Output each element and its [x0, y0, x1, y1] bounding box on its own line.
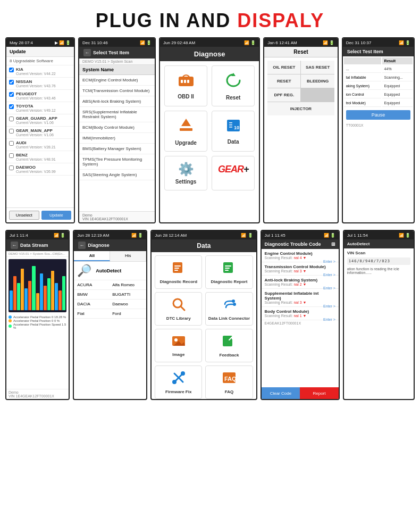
diagnose-obd2[interactable]: OBD II	[164, 65, 207, 106]
diag-tabs: All His	[74, 251, 146, 262]
svg-rect-5	[180, 128, 192, 131]
data-diagnostic-report[interactable]: Diagnostic Report	[205, 255, 253, 289]
brand-dacia[interactable]: DACIA Daewoo	[74, 300, 146, 309]
clear-code-button[interactable]: Clear Code	[262, 387, 300, 399]
list-item: NISSANCurrent Version: V43.76	[6, 78, 74, 90]
data-diagnostic-record[interactable]: Diagnostic Record	[155, 255, 202, 289]
dpf-reg-btn[interactable]: DPF REG.	[267, 88, 300, 102]
firmware-fix-label: Firmware Fix	[165, 389, 191, 394]
svg-rect-9	[229, 124, 232, 126]
injector-btn[interactable]: INJECTOR	[267, 102, 334, 115]
gear-logo: GEAR+	[218, 164, 249, 175]
data-link-connector[interactable]: Data Link Connector	[205, 292, 253, 326]
kia-checkbox[interactable]	[9, 68, 14, 72]
system-item-imm[interactable]: IMM(Immobilizer)	[79, 133, 155, 144]
reset-screen: Jan 6 12:41 AM 📶 🔋 Reset OIL RESET SAS R…	[263, 37, 339, 223]
report-button[interactable]: Report	[300, 387, 339, 399]
peugeot-checkbox[interactable]	[9, 92, 14, 97]
diagnose-data[interactable]: 1010 Data	[212, 111, 255, 152]
svg-rect-27	[223, 336, 232, 346]
data-firmware-fix[interactable]: Firmware Fix	[155, 365, 202, 399]
unselect-button[interactable]: Unselect	[9, 211, 39, 220]
diagnose-reset[interactable]: Reset	[212, 65, 255, 106]
system-item-tcm[interactable]: TCM(Transmission Control Module)	[79, 86, 155, 96]
diagnose-main-screen: Jun 29 02:48 AM 📶 🔋 Diagnose	[159, 37, 260, 223]
upgrade-label: Upgrade	[175, 140, 197, 146]
gear-guard-checkbox[interactable]	[9, 117, 14, 121]
system-item-abs[interactable]: ABS(Anti-lock Braking System)	[79, 96, 155, 107]
vin-scan-label: VIN Scan	[347, 251, 410, 255]
vin-reading-text: ation function is reading the icle infor…	[347, 267, 410, 275]
system-item-srs[interactable]: SRS(Supplemental Inflatable Restraint Sy…	[79, 107, 155, 122]
toyota-checkbox[interactable]	[9, 104, 14, 109]
autodetect-item[interactable]: 🔎 AutoDetect	[74, 262, 146, 280]
data-icon: 1010	[225, 118, 242, 137]
tab-history[interactable]: His	[110, 251, 146, 261]
reset-btn[interactable]: RESET	[267, 74, 300, 88]
back-button[interactable]: ←	[83, 49, 91, 56]
sas-reset-btn[interactable]: SAS RESET	[301, 61, 334, 74]
audi-checkbox[interactable]	[9, 141, 14, 146]
dtc-item-abs[interactable]: Anti-lock Braking System) Scanning Resul…	[262, 276, 339, 289]
feedback-label: Feedback	[220, 353, 239, 358]
data-link-icon	[222, 297, 237, 314]
diagnose-bottom-title: Diagnose	[88, 243, 110, 248]
back-button-b2[interactable]: ←	[78, 242, 86, 249]
system-item-bms[interactable]: BMS(Battery Manager System)	[79, 144, 155, 154]
system-item-ecm[interactable]: ECM(Engine Control Module)	[79, 75, 155, 86]
settings-icon: ⚙️	[178, 162, 194, 177]
data-image[interactable]: Image	[155, 329, 202, 362]
back-button-b1[interactable]: ←	[11, 242, 18, 249]
diagnose-bottom-header: ← Diagnose	[74, 239, 146, 251]
status-time-b5: Jul 1 11:54	[347, 233, 368, 238]
breadcrumb: DEMO V15.01 > System Scan	[79, 59, 155, 65]
status-time-2: Dec 31 10:46	[82, 40, 108, 45]
nissan-checkbox[interactable]	[9, 80, 14, 85]
diagnostic-record-label: Diagnostic Record	[159, 279, 197, 284]
dtc-item-bcm[interactable]: Body Control Module) Scanning Result: na…	[262, 307, 339, 320]
status-bar-b4: Jul 1 11:45 📶 🔋	[262, 231, 339, 239]
system-item-tpms[interactable]: TPMS(Tire Pressure Monitoring System)	[79, 154, 155, 170]
diagnose-settings[interactable]: ⚙️ Settings	[164, 156, 207, 190]
data-main-screen: Jun 28 12:14 AM 📶 🔋 Data Diagnost	[150, 230, 257, 400]
system-item-bcm[interactable]: BCM(Body Control Module)	[79, 122, 155, 133]
obd2-icon	[177, 72, 196, 92]
daewoo-checkbox[interactable]	[9, 165, 14, 170]
diagnose-upgrade[interactable]: Upgrade	[164, 111, 207, 152]
legend-item: Accelerator Pedal Position Speed 1.5 %	[9, 323, 66, 329]
system-item-sas[interactable]: SAS(Steering Angle System)	[79, 170, 155, 180]
data-feedback[interactable]: Feedback	[205, 329, 253, 362]
feedback-icon	[222, 334, 237, 351]
dtc-item-srs[interactable]: Supplemental Inflatable int System) Scan…	[262, 289, 339, 307]
brand-bmw[interactable]: BMW BUGATTI	[74, 290, 146, 300]
dtc-item-tcm[interactable]: Transmission Control Module) Scanning Re…	[262, 262, 339, 276]
diagnose-bottom-screen: Jun 28 12:19 AM 📶 🔋 ← Diagnose All His 🔎…	[73, 230, 147, 400]
list-item: AUDICurrent Version: V28.21	[6, 139, 74, 151]
update-screen: May 28 07:4 ▶ 📶 🔋 Update 8 Upgradable So…	[5, 37, 75, 223]
data-faq[interactable]: FAQ FAQ	[205, 365, 253, 399]
bleeding-btn[interactable]: BLEEDING	[301, 74, 334, 88]
tab-all[interactable]: All	[74, 251, 110, 261]
table-row: trol Module)Equipped	[344, 99, 413, 107]
update-footer: Unselect Update	[6, 207, 74, 222]
data-dtc-library[interactable]: DTC Library	[155, 292, 202, 326]
status-bar-b1: Jul 1 11:4 📶 🔋	[6, 231, 69, 239]
brand-acura[interactable]: ACURA Alfa Romeo	[74, 280, 146, 290]
status-bar-2: Dec 31 10:46 📶 🔋	[79, 38, 155, 47]
image-label: Image	[172, 352, 184, 357]
oil-reset-btn[interactable]: OIL RESET	[267, 61, 300, 74]
pause-button[interactable]: Pause	[346, 110, 410, 120]
benz-checkbox[interactable]	[9, 153, 14, 158]
status-icons-1: ▶ 📶 🔋	[55, 40, 71, 45]
gear-main-checkbox[interactable]	[9, 129, 14, 134]
firmware-fix-icon	[171, 370, 186, 388]
diagnose-gear[interactable]: GEAR+ GEAR+	[212, 156, 255, 190]
update-button[interactable]: Update	[41, 211, 72, 220]
status-time-4: Jan 6 12:41 AM	[267, 40, 297, 45]
svg-rect-15	[174, 270, 178, 271]
update-subtitle: 8 Upgradable Software	[6, 57, 74, 65]
dtc-item-ecm[interactable]: Engine Control Module) Scanning Result: …	[262, 249, 339, 262]
svg-rect-13	[174, 265, 181, 267]
brand-fiat[interactable]: Fiat Ford	[74, 309, 146, 319]
vin-header: AutoDetect	[344, 239, 414, 248]
